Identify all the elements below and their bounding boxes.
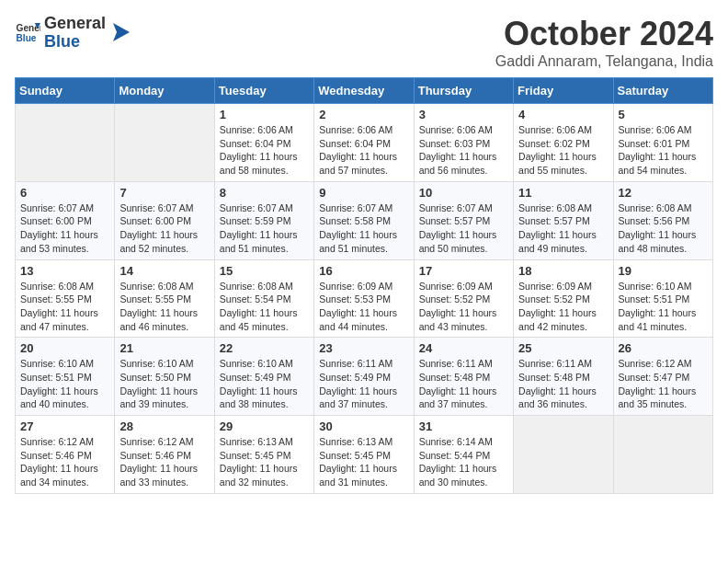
day-number: 8 [220,186,309,200]
calendar: SundayMondayTuesdayWednesdayThursdayFrid… [15,77,713,494]
cell-info: Sunrise: 6:07 AMSunset: 6:00 PMDaylight:… [20,201,109,256]
calendar-cell: 4Sunrise: 6:06 AMSunset: 6:02 PMDaylight… [514,104,613,182]
calendar-cell: 8Sunrise: 6:07 AMSunset: 5:59 PMDaylight… [214,181,313,259]
calendar-cell: 17Sunrise: 6:09 AMSunset: 5:52 PMDayligh… [414,259,513,338]
cell-info: Sunrise: 6:10 AMSunset: 5:51 PMDaylight:… [20,357,109,411]
cell-info: Sunrise: 6:10 AMSunset: 5:50 PMDaylight:… [119,357,209,411]
cell-info: Sunrise: 6:07 AMSunset: 5:59 PMDaylight:… [220,201,309,256]
day-number: 14 [119,264,209,278]
day-number: 2 [319,108,408,121]
calendar-header: SundayMondayTuesdayWednesdayThursdayFrid… [16,78,713,104]
cell-info: Sunrise: 6:06 AMSunset: 6:02 PMDaylight:… [518,123,608,178]
day-number: 1 [220,108,309,121]
cell-info: Sunrise: 6:12 AMSunset: 5:46 PMDaylight:… [119,435,209,489]
cell-info: Sunrise: 6:06 AMSunset: 6:04 PMDaylight:… [319,123,408,178]
day-number: 13 [20,264,109,278]
calendar-cell: 30Sunrise: 6:13 AMSunset: 5:45 PMDayligh… [314,416,414,494]
logo-icon: General Blue [15,20,40,46]
cell-info: Sunrise: 6:06 AMSunset: 6:01 PMDaylight:… [619,123,708,178]
weekday-header: Saturday [613,78,712,104]
weekday-header: Monday [115,78,214,104]
calendar-week-row: 1Sunrise: 6:06 AMSunset: 6:04 PMDaylight… [16,104,713,182]
calendar-cell [514,416,613,494]
day-number: 23 [319,341,408,355]
cell-info: Sunrise: 6:11 AMSunset: 5:48 PMDaylight:… [518,357,608,411]
cell-info: Sunrise: 6:08 AMSunset: 5:55 PMDaylight:… [119,280,209,334]
logo-general: General [44,15,106,33]
calendar-cell [115,104,214,182]
logo: General Blue General Blue [15,15,130,52]
day-number: 7 [119,186,209,200]
cell-info: Sunrise: 6:14 AMSunset: 5:44 PMDaylight:… [419,435,508,489]
calendar-cell: 20Sunrise: 6:10 AMSunset: 5:51 PMDayligh… [16,338,115,416]
cell-info: Sunrise: 6:10 AMSunset: 5:51 PMDaylight:… [619,280,708,334]
cell-info: Sunrise: 6:09 AMSunset: 5:52 PMDaylight:… [518,280,608,334]
cell-info: Sunrise: 6:09 AMSunset: 5:53 PMDaylight:… [319,280,408,334]
cell-info: Sunrise: 6:09 AMSunset: 5:52 PMDaylight:… [419,280,508,334]
calendar-cell: 31Sunrise: 6:14 AMSunset: 5:44 PMDayligh… [414,416,513,494]
calendar-cell: 23Sunrise: 6:11 AMSunset: 5:49 PMDayligh… [314,338,414,416]
cell-info: Sunrise: 6:13 AMSunset: 5:45 PMDaylight:… [220,435,309,489]
calendar-week-row: 13Sunrise: 6:08 AMSunset: 5:55 PMDayligh… [16,259,713,338]
day-number: 21 [119,341,209,355]
day-number: 24 [419,341,508,355]
cell-info: Sunrise: 6:13 AMSunset: 5:45 PMDaylight:… [319,435,408,489]
day-number: 18 [518,264,608,278]
day-number: 20 [20,341,109,355]
calendar-cell: 2Sunrise: 6:06 AMSunset: 6:04 PMDaylight… [314,104,414,182]
cell-info: Sunrise: 6:06 AMSunset: 6:04 PMDaylight:… [220,123,309,178]
calendar-week-row: 27Sunrise: 6:12 AMSunset: 5:46 PMDayligh… [16,416,713,494]
day-number: 11 [518,186,608,200]
calendar-cell: 15Sunrise: 6:08 AMSunset: 5:54 PMDayligh… [214,259,313,338]
weekday-header: Sunday [16,78,115,104]
day-number: 28 [119,419,209,433]
svg-marker-3 [113,23,130,41]
calendar-cell: 12Sunrise: 6:08 AMSunset: 5:56 PMDayligh… [613,181,712,259]
day-number: 27 [20,419,109,433]
location-title: Gaddi Annaram, Telangana, India [495,53,713,70]
weekday-header: Thursday [414,78,513,104]
day-number: 12 [619,186,708,200]
calendar-cell: 3Sunrise: 6:06 AMSunset: 6:03 PMDaylight… [414,104,513,182]
header: General Blue General Blue October 2024 G… [15,15,713,70]
day-number: 29 [220,419,309,433]
day-number: 17 [419,264,508,278]
cell-info: Sunrise: 6:11 AMSunset: 5:49 PMDaylight:… [319,357,408,411]
calendar-cell [16,104,115,182]
cell-info: Sunrise: 6:08 AMSunset: 5:56 PMDaylight:… [619,201,708,256]
calendar-cell: 28Sunrise: 6:12 AMSunset: 5:46 PMDayligh… [115,416,214,494]
weekday-row: SundayMondayTuesdayWednesdayThursdayFrid… [16,78,713,104]
cell-info: Sunrise: 6:12 AMSunset: 5:46 PMDaylight:… [20,435,109,489]
logo-blue: Blue [44,33,106,52]
day-number: 9 [319,186,408,200]
day-number: 5 [619,108,708,121]
day-number: 25 [518,341,608,355]
title-area: October 2024 Gaddi Annaram, Telangana, I… [495,15,713,70]
day-number: 15 [220,264,309,278]
cell-info: Sunrise: 6:08 AMSunset: 5:57 PMDaylight:… [518,201,608,256]
month-title: October 2024 [495,15,713,53]
cell-info: Sunrise: 6:10 AMSunset: 5:49 PMDaylight:… [220,357,309,411]
cell-info: Sunrise: 6:07 AMSunset: 5:58 PMDaylight:… [319,201,408,256]
arrow-icon [109,23,130,43]
calendar-cell: 14Sunrise: 6:08 AMSunset: 5:55 PMDayligh… [115,259,214,338]
weekday-header: Friday [514,78,613,104]
calendar-cell: 27Sunrise: 6:12 AMSunset: 5:46 PMDayligh… [16,416,115,494]
calendar-cell: 7Sunrise: 6:07 AMSunset: 6:00 PMDaylight… [115,181,214,259]
weekday-header: Tuesday [214,78,313,104]
calendar-cell: 1Sunrise: 6:06 AMSunset: 6:04 PMDaylight… [214,104,313,182]
calendar-cell: 25Sunrise: 6:11 AMSunset: 5:48 PMDayligh… [514,338,613,416]
calendar-cell: 16Sunrise: 6:09 AMSunset: 5:53 PMDayligh… [314,259,414,338]
calendar-cell: 18Sunrise: 6:09 AMSunset: 5:52 PMDayligh… [514,259,613,338]
day-number: 19 [619,264,708,278]
cell-info: Sunrise: 6:06 AMSunset: 6:03 PMDaylight:… [419,123,508,178]
day-number: 26 [619,341,708,355]
calendar-cell: 11Sunrise: 6:08 AMSunset: 5:57 PMDayligh… [514,181,613,259]
cell-info: Sunrise: 6:08 AMSunset: 5:55 PMDaylight:… [20,280,109,334]
day-number: 4 [518,108,608,121]
calendar-cell: 26Sunrise: 6:12 AMSunset: 5:47 PMDayligh… [613,338,712,416]
cell-info: Sunrise: 6:07 AMSunset: 6:00 PMDaylight:… [119,201,209,256]
day-number: 6 [20,186,109,200]
calendar-cell [613,416,712,494]
calendar-cell: 6Sunrise: 6:07 AMSunset: 6:00 PMDaylight… [16,181,115,259]
